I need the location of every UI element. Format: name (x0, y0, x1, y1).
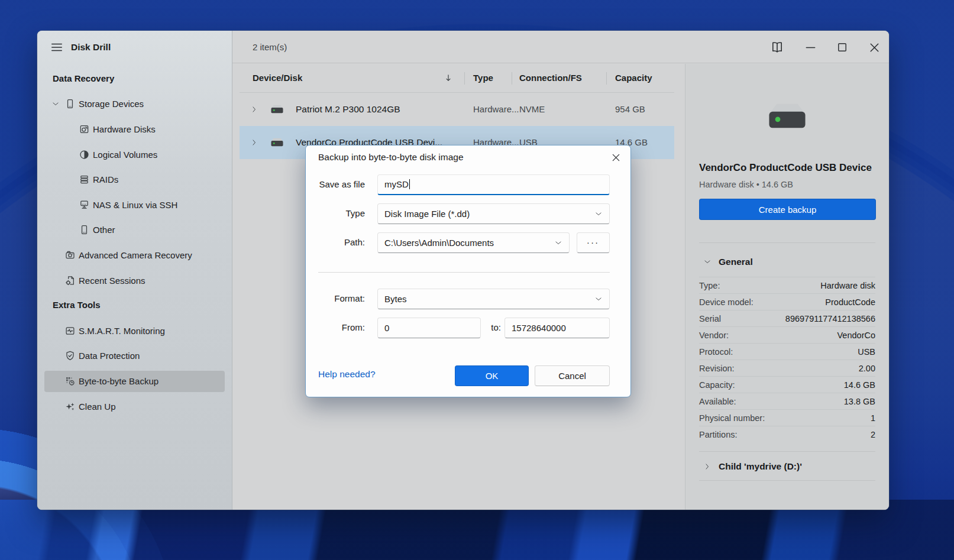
desktop-wallpaper: Disk Drill Data Recovery Storage Devices… (0, 0, 954, 560)
column-header-connection-fs[interactable]: Connection/FS (519, 64, 582, 92)
sidebar-item-label: S.M.A.R.T. Monitoring (79, 321, 165, 342)
sidebar-item-label: NAS & Linux via SSH (93, 195, 177, 216)
property-value: Hardware disk (820, 277, 875, 294)
browse-button[interactable]: ... (577, 232, 610, 253)
sidebar-item-data-protection[interactable]: Data Protection (37, 345, 232, 367)
cancel-button[interactable]: Cancel (535, 365, 610, 386)
smart-monitor-icon (64, 325, 76, 336)
file-type-dropdown[interactable]: Disk Image File (*.dd) (377, 203, 610, 224)
chevron-down-icon (594, 210, 603, 218)
hamburger-menu-icon[interactable] (50, 41, 64, 54)
property-row: Partitions: 2 (699, 426, 875, 442)
maximize-button[interactable] (835, 40, 850, 55)
minimize-icon (804, 41, 817, 54)
close-icon (610, 152, 622, 163)
sidebar-item-storage-devices[interactable]: Storage Devices (37, 93, 232, 115)
property-label: Protocol: (699, 344, 733, 360)
column-header-device-disk[interactable]: Device/Disk (253, 64, 302, 92)
byte-backup-icon (64, 376, 76, 387)
sidebar-item-other[interactable]: Other (37, 219, 232, 241)
format-dropdown[interactable]: Bytes (377, 289, 610, 309)
child-partition-toggle[interactable]: Child 'mydrive (D:)' (685, 457, 889, 477)
chevron-down-icon (594, 295, 603, 303)
sidebar-item-smart-monitoring[interactable]: S.M.A.R.T. Monitoring (37, 321, 232, 342)
general-header: General (719, 252, 753, 272)
close-icon (868, 41, 881, 54)
property-row: Revision: 2.00 (699, 360, 875, 376)
sort-descending-icon[interactable] (443, 73, 454, 83)
raids-icon (79, 174, 90, 185)
close-button[interactable] (866, 40, 882, 55)
sidebar-item-advanced-camera-recovery[interactable]: Advanced Camera Recovery (37, 245, 232, 266)
help-book-button[interactable] (769, 40, 785, 55)
property-row: Available: 13.8 GB (699, 393, 875, 409)
property-row: Type: Hardware disk (699, 277, 875, 293)
column-header-type[interactable]: Type (473, 64, 493, 92)
device-title: VendorCo ProductCode USB Device (699, 162, 878, 174)
help-needed-link[interactable]: Help needed? (318, 369, 376, 380)
text-caret (409, 179, 410, 189)
device-subtitle: Hardware disk • 14.6 GB (699, 180, 793, 189)
path-dropdown[interactable]: C:\Users\Admin\Documents (377, 232, 570, 253)
sidebar-item-recent-sessions[interactable]: Recent Sessions (37, 270, 232, 292)
save-as-file-label: Save as file (306, 174, 365, 195)
drive-icon (269, 136, 285, 148)
table-row-patriot[interactable]: Patriot M.2 P300 1024GB Hardware... NVME… (240, 93, 674, 126)
format-value: Bytes (384, 290, 407, 309)
chevron-down-icon (554, 239, 562, 247)
property-label: Type: (699, 277, 720, 294)
dialog-title: Backup into byte-to-byte disk image (318, 152, 464, 163)
sidebar-item-clean-up[interactable]: Clean Up (37, 396, 232, 417)
property-row: Protocol: USB (699, 343, 875, 360)
create-backup-button[interactable]: Create backup (699, 199, 876, 220)
child-partition-label: Child 'mydrive (D:)' (719, 457, 802, 477)
sidebar-item-raids[interactable]: RAIDs (37, 169, 232, 190)
device-details-panel: VendorCo ProductCode USB Device Hardware… (685, 64, 889, 510)
drive-icon (269, 103, 285, 115)
format-label: Format: (306, 289, 365, 309)
book-icon (770, 40, 784, 54)
save-as-file-input[interactable]: mySD (377, 174, 610, 195)
sidebar-item-logical-volumes[interactable]: Logical Volumes (37, 144, 232, 166)
expand-chevron-icon[interactable] (250, 105, 258, 114)
property-label: Device model: (699, 294, 754, 310)
logical-volumes-icon (79, 149, 90, 160)
property-label: Available: (699, 393, 736, 410)
from-input[interactable] (377, 318, 481, 338)
section-header-data-recovery: Data Recovery (53, 69, 114, 89)
property-row: Physical number: 1 (699, 409, 875, 426)
property-value: VendorCo (837, 327, 876, 344)
backup-dialog: Backup into byte-to-byte disk image Save… (305, 145, 631, 397)
property-row: Vendor: VendorCo (699, 326, 875, 343)
sidebar-item-nas-linux-ssh[interactable]: NAS & Linux via SSH (37, 195, 232, 216)
sidebar-item-hardware-disks[interactable]: Hardware Disks (37, 119, 232, 140)
from-label: From: (306, 318, 365, 338)
column-header-capacity[interactable]: Capacity (615, 64, 652, 92)
property-label: Revision: (699, 360, 735, 377)
property-label: Serial (699, 310, 721, 327)
column-separator (512, 72, 512, 85)
to-input[interactable] (505, 318, 610, 338)
cell-capacity: 954 GB (615, 93, 645, 126)
general-section-toggle[interactable]: General (685, 252, 889, 272)
cell-type: Hardware... (473, 93, 519, 126)
ok-button[interactable]: OK (455, 365, 529, 386)
minimize-button[interactable] (803, 40, 818, 55)
property-value: 2.00 (859, 360, 875, 377)
expand-chevron-icon[interactable] (250, 138, 258, 147)
sidebar-item-byte-to-byte-backup[interactable]: Byte-to-byte Backup (37, 371, 232, 392)
sidebar-item-label: Recent Sessions (79, 270, 145, 292)
property-value: 8969791177412138566 (785, 310, 875, 327)
filename-text: mySD (384, 179, 409, 189)
sidebar-item-label: Byte-to-byte Backup (79, 371, 159, 392)
dialog-divider (318, 272, 610, 273)
sidebar-item-label: Data Protection (79, 345, 140, 367)
property-value: 2 (871, 426, 875, 443)
cell-connection: NVME (519, 93, 545, 126)
sidebar-item-label: Advanced Camera Recovery (79, 245, 192, 266)
chevron-down-icon (51, 100, 60, 108)
file-type-value: Disk Image File (*.dd) (384, 205, 470, 224)
sidebar-item-label: RAIDs (93, 169, 118, 190)
maximize-icon (836, 41, 849, 54)
dialog-close-button[interactable] (609, 151, 622, 164)
